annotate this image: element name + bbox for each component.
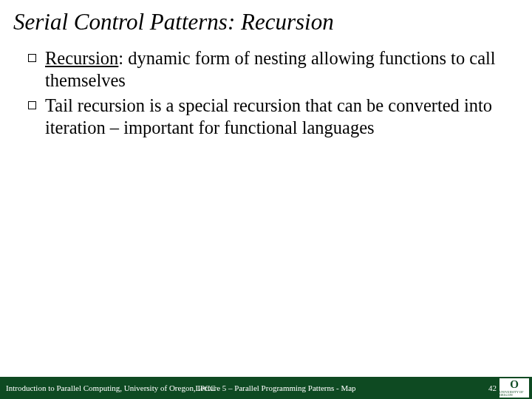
footer-center: Lecture 5 – Parallel Programming Pattern… [195,383,355,392]
bullet-item: Tail recursion is a special recursion th… [28,95,510,139]
footer-left: Introduction to Parallel Computing, Univ… [6,383,216,392]
slide: Serial Control Patterns: Recursion Recur… [0,0,532,399]
bullet-icon [28,101,36,109]
bullet-text: Recursion: dynamic form of nesting allow… [45,47,510,92]
bullet-icon [28,54,36,62]
slide-body: Recursion: dynamic form of nesting allow… [0,43,532,377]
footer-bar: Introduction to Parallel Computing, Univ… [0,377,532,399]
bullet-lead: Recursion [45,48,118,68]
bullet-item: Recursion: dynamic form of nesting allow… [28,47,510,92]
bullet-text: Tail recursion is a special recursion th… [45,95,510,139]
logo-o-icon: O [510,379,519,390]
bullet-rest: Tail recursion is a special recursion th… [45,95,492,137]
page-number: 42 [488,383,497,392]
logo-subtext: UNIVERSITY OF OREGON [499,391,529,397]
university-logo: O UNIVERSITY OF OREGON [499,378,529,398]
slide-title: Serial Control Patterns: Recursion [0,0,532,43]
